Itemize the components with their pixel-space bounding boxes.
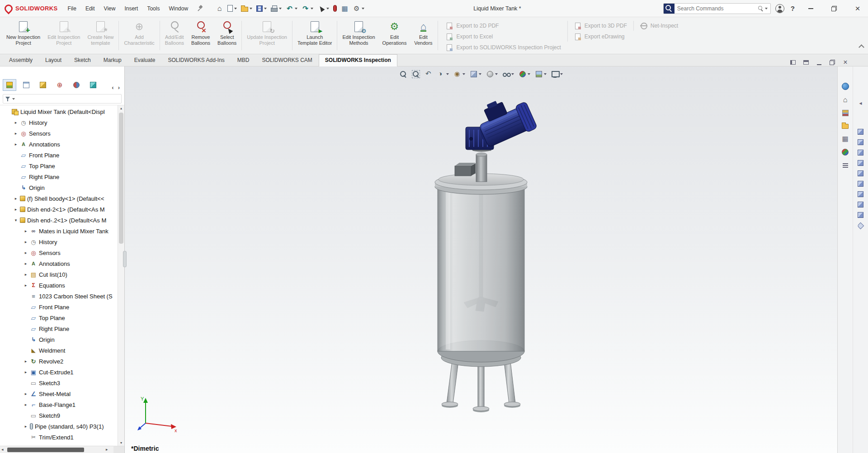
document-minimize-button[interactable] [816, 59, 823, 66]
select-balloons-button[interactable]: Select Balloons [214, 18, 240, 53]
3dexperience-tab[interactable] [842, 83, 849, 90]
filter-input[interactable] [16, 95, 119, 103]
export-excel-button[interactable]: Export to Excel [446, 33, 561, 40]
featuremanager-tab[interactable] [3, 79, 16, 91]
tree-item[interactable]: Annotations [0, 258, 118, 269]
redo-button[interactable] [300, 4, 315, 13]
panel-tabs-scroll-right-icon[interactable]: › [118, 84, 120, 91]
tree-item[interactable]: Base-Flange1 [0, 399, 118, 410]
section-view-button[interactable] [437, 70, 449, 79]
tree-item[interactable]: Revolve2 [0, 356, 118, 367]
inspection-cube[interactable] [858, 139, 863, 145]
help-icon[interactable]: ? [789, 5, 797, 12]
expand-arrow-icon[interactable] [14, 207, 18, 212]
xpress-indicator[interactable] [332, 4, 338, 13]
zoom-area-button[interactable] [411, 70, 420, 79]
hide-show-items-button[interactable] [502, 70, 514, 79]
design-library-tab[interactable] [842, 110, 849, 116]
tree-item[interactable]: Sensors [0, 247, 118, 258]
tree-item[interactable]: Annotations [0, 139, 118, 150]
tree-item[interactable]: Dish end-2<1> (Default<As M [0, 204, 118, 215]
edit-operations-button[interactable]: Edit Operations [379, 18, 410, 53]
expand-arrow-icon[interactable] [24, 261, 28, 266]
commandmanager-tab[interactable]: Evaluate [128, 54, 162, 66]
remove-balloons-button[interactable]: Remove Balloons [188, 18, 214, 53]
filter-funnel-icon[interactable] [5, 96, 11, 102]
scroll-left-icon[interactable]: ◂ [1, 447, 4, 452]
view-settings-button[interactable] [551, 70, 563, 79]
expand-arrow-icon[interactable] [24, 250, 28, 255]
commandmanager-tab[interactable]: MBD [231, 54, 256, 66]
panel-tabs-scroll-left-icon[interactable]: ‹ [112, 84, 113, 91]
inspection-cube[interactable] [858, 202, 863, 208]
commandmanager-tab[interactable]: SOLIDWORKS Inspection [319, 54, 397, 66]
create-new-template-button[interactable]: Create New template [84, 18, 117, 53]
ribbon-collapse-icon[interactable] [859, 44, 864, 50]
undo-button[interactable] [284, 4, 299, 13]
document-restore-button[interactable] [829, 59, 836, 66]
home-button[interactable] [214, 4, 225, 13]
expand-arrow-icon[interactable] [24, 370, 28, 374]
tree-item[interactable]: Sensors [0, 128, 118, 139]
file-explorer-tab[interactable] [842, 124, 849, 129]
expand-arrow-icon[interactable] [24, 240, 28, 244]
options-button[interactable] [351, 4, 366, 13]
commandmanager-tab[interactable]: SOLIDWORKS CAM [256, 54, 319, 66]
window-restore-button[interactable] [825, 0, 844, 17]
open-button[interactable] [240, 4, 254, 13]
solidworks-resources-tab[interactable] [841, 96, 849, 104]
inspection-cube[interactable] [858, 181, 863, 187]
expand-arrow-icon[interactable] [14, 218, 18, 222]
new-inspection-project-button[interactable]: New Inspection Project [3, 18, 44, 53]
search-dropdown-icon[interactable] [765, 8, 768, 9]
propertymanager-tab[interactable] [19, 79, 33, 91]
select-button[interactable] [316, 4, 330, 13]
edit-vendors-button[interactable]: Edit Vendors [410, 18, 436, 53]
save-button[interactable] [255, 5, 268, 13]
commandmanager-tab[interactable]: Assembly [3, 54, 39, 66]
inspection-cube[interactable] [858, 191, 863, 197]
menu-item[interactable]: File [63, 4, 81, 14]
appearances-scenes-tab[interactable] [842, 149, 849, 156]
search-icon[interactable] [758, 5, 764, 12]
search-commands-box[interactable] [663, 3, 771, 14]
tree-item[interactable]: Right Plane [0, 323, 118, 334]
document-close-button[interactable] [842, 59, 849, 66]
commandmanager-tab[interactable]: Layout [39, 54, 68, 66]
tree-item[interactable]: History [0, 117, 118, 128]
graphics-area[interactable]: Y x *Dimetric [125, 66, 837, 453]
tree-item[interactable]: Front Plane [0, 150, 118, 160]
inspection-cube[interactable] [858, 170, 863, 176]
tree-item[interactable]: Cut list(10) [0, 269, 118, 280]
edit-appearance-button[interactable] [518, 70, 531, 79]
inspection-cube[interactable] [858, 212, 863, 218]
add-characteristic-button[interactable]: Add Characteristic [120, 18, 158, 53]
commandmanager-tab[interactable]: Sketch [68, 54, 97, 66]
expand-arrow-icon[interactable] [24, 402, 28, 407]
tree-item[interactable]: Origin [0, 182, 118, 193]
tree-item[interactable]: Cut-Extrude1 [0, 367, 118, 378]
annotation-views-button[interactable] [453, 70, 466, 79]
menu-item[interactable]: Edit [81, 4, 99, 14]
panel-splitter-handle[interactable] [123, 251, 127, 267]
inspection-cube[interactable] [858, 150, 863, 156]
tree-item[interactable]: Sketch3 [0, 378, 118, 388]
tree-item[interactable]: 1023 Carbon Steel Sheet (S [0, 291, 118, 302]
dock-pane-button[interactable] [789, 59, 797, 66]
previous-view-button[interactable] [424, 70, 433, 79]
menu-item[interactable]: View [99, 4, 120, 14]
pin-menubar-icon[interactable] [197, 5, 203, 12]
tree-item[interactable]: Top Plane [0, 312, 118, 323]
expand-arrow-icon[interactable] [24, 272, 28, 277]
inspection-cube[interactable] [858, 129, 863, 135]
expand-arrow-icon[interactable] [24, 229, 28, 233]
net-inspect-button[interactable]: Net-Inspect [640, 22, 678, 29]
inspection-cube[interactable] [858, 160, 863, 166]
dimxpertmanager-tab[interactable] [53, 79, 66, 91]
search-input[interactable] [675, 5, 758, 12]
vertical-scroll-thumb[interactable] [119, 113, 123, 244]
expand-arrow-icon[interactable] [14, 131, 18, 136]
tree-item[interactable]: Liquid Mixer Tank (Default<Displ [0, 106, 118, 117]
model-liquid-mixer-tank[interactable] [354, 94, 608, 419]
filter-dropdown-icon[interactable] [12, 98, 15, 100]
